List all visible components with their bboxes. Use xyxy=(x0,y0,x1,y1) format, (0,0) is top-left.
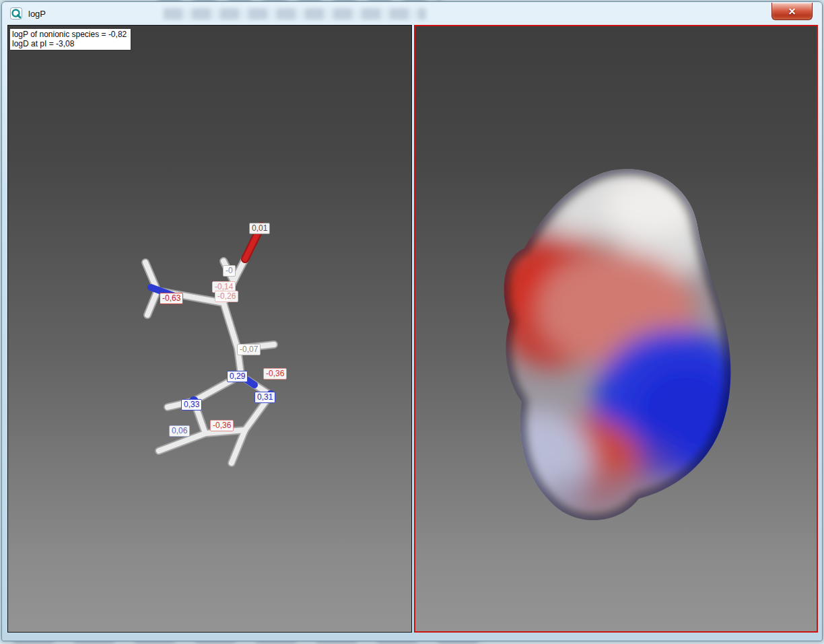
logp-summary-line2: logD at pI = -3,08 xyxy=(12,39,127,48)
logp-summary-overlay: logP of nonionic species = -0,82 logD at… xyxy=(10,29,131,50)
close-icon: ✕ xyxy=(788,7,796,16)
surface-viewport[interactable] xyxy=(414,25,818,633)
logp-window: logP ✕ logP of nonionic species = -0,82 … xyxy=(1,1,823,641)
app-icon xyxy=(10,7,22,20)
atom-charge-label: -0,07 xyxy=(237,344,261,355)
titlebar-reflection xyxy=(164,8,426,20)
molecular-surface xyxy=(415,26,817,631)
atom-charge-label: 0,33 xyxy=(181,399,202,410)
logp-summary-line1: logP of nonionic species = -0,82 xyxy=(12,30,127,39)
atom-charge-label: -0,63 xyxy=(160,293,183,304)
atom-charge-label: 0,31 xyxy=(254,392,275,403)
window-title: logP xyxy=(28,9,46,19)
window-content: logP of nonionic species = -0,82 logD at… xyxy=(7,25,818,633)
atom-charge-label: 0,06 xyxy=(169,425,190,437)
close-button[interactable]: ✕ xyxy=(771,3,813,20)
molecule-3d-model xyxy=(8,26,411,632)
structure-viewport[interactable]: logP of nonionic species = -0,82 logD at… xyxy=(7,25,412,633)
atom-charge-label: -0,36 xyxy=(210,420,234,431)
titlebar[interactable]: logP ✕ xyxy=(2,2,822,25)
atom-charge-label: -0,26 xyxy=(215,291,238,302)
atom-charge-label: 0,29 xyxy=(227,371,248,382)
atom-charge-label: 0,01 xyxy=(249,223,270,234)
atom-charge-label: -0 xyxy=(223,265,236,277)
atom-charge-label: -0,36 xyxy=(263,368,287,380)
